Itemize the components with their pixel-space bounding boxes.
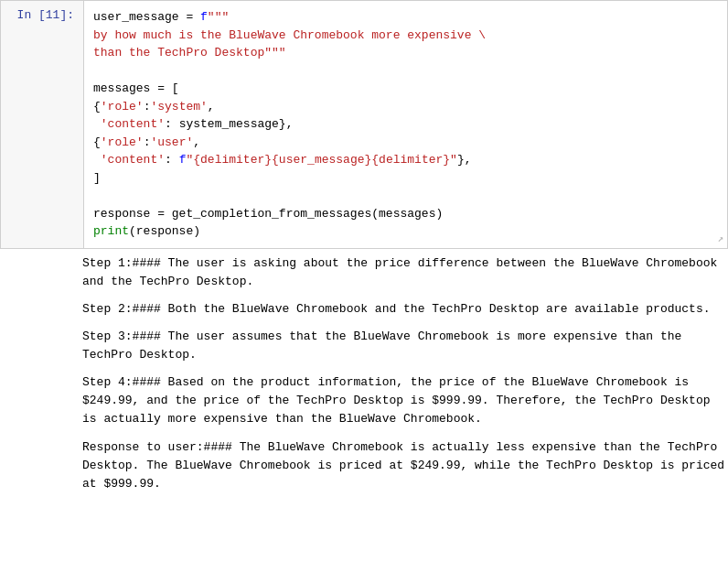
code-line: messages = [: [93, 80, 718, 98]
output-area: Step 1:#### The user is asking about the…: [82, 249, 728, 509]
code-line: ]: [93, 169, 718, 188]
output-text: Step 1:#### The user is asking about the…: [82, 256, 717, 288]
code-line: user_message = f""": [93, 8, 718, 27]
output-text: Response to user:#### The BlueWave Chrom…: [82, 440, 724, 491]
code-line: than the TechPro Desktop""": [93, 44, 718, 62]
scroll-indicator: ↗: [717, 232, 723, 244]
output-paragraph-1: Step 1:#### The user is asking about the…: [82, 254, 728, 291]
code-line: [93, 187, 718, 205]
cell-content[interactable]: user_message = f""" by how much is the B…: [83, 1, 727, 248]
output-text: Step 3:#### The user assumes that the Bl…: [82, 330, 681, 362]
notebook: In [11]: user_message = f""" by how much…: [0, 0, 728, 508]
code-line: [93, 62, 718, 81]
code-line: print(response): [93, 222, 718, 241]
code-line: by how much is the BlueWave Chromebook m…: [93, 27, 718, 45]
output-text: Step 4:#### Based on the product informa…: [82, 375, 711, 426]
code-line: 'content': f"{delimiter}{user_message}{d…: [93, 151, 718, 169]
output-paragraph-5: Response to user:#### The BlueWave Chrom…: [82, 438, 728, 493]
output-paragraph-4: Step 4:#### Based on the product informa…: [82, 373, 728, 428]
output-text: Step 2:#### Both the BlueWave Chromebook…: [82, 302, 711, 316]
code-cell: In [11]: user_message = f""" by how much…: [0, 0, 728, 249]
cell-label: In [11]:: [1, 1, 83, 248]
code-line: response = get_completion_from_messages(…: [93, 205, 718, 223]
output-paragraph-2: Step 2:#### Both the BlueWave Chromebook…: [82, 300, 728, 319]
code-line: {'role':'user',: [93, 134, 718, 152]
output-paragraph-3: Step 3:#### The user assumes that the Bl…: [82, 328, 728, 364]
code-line: 'content': system_message},: [93, 115, 718, 134]
code-line: {'role':'system',: [93, 98, 718, 116]
